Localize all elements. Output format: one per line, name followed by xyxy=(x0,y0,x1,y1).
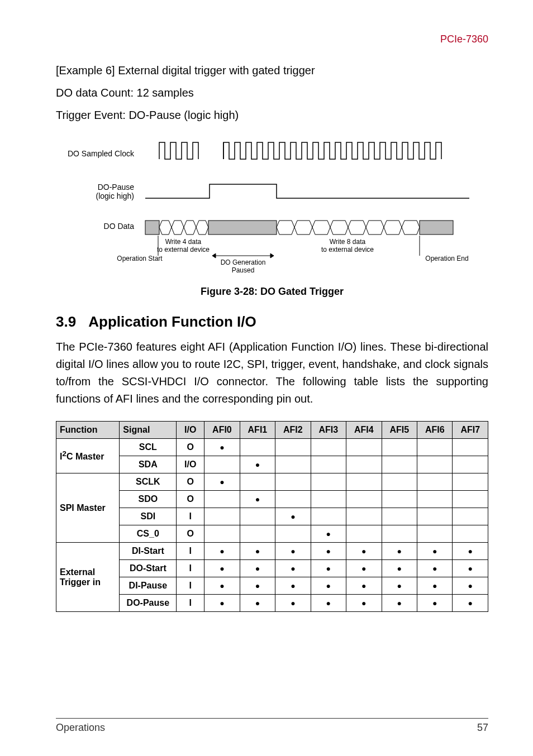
afi-cell xyxy=(453,456,488,473)
afi-cell xyxy=(275,473,311,491)
signal-cell: DI-Start xyxy=(120,543,177,560)
afi-cell: ● xyxy=(240,543,275,560)
afi-cell: ● xyxy=(275,560,311,577)
table-row: SDOO● xyxy=(56,491,488,508)
table-row: SPI MasterSCLKO● xyxy=(56,473,488,491)
afi-cell: ● xyxy=(346,595,382,612)
signal-cell: SDA xyxy=(120,456,177,473)
signal-cell: SCL xyxy=(120,439,177,456)
opend-label: Operation End xyxy=(425,255,468,262)
table-row: I2C MasterSCLO● xyxy=(56,439,488,456)
io-cell: I xyxy=(177,577,204,595)
th-signal: Signal xyxy=(120,422,177,439)
afi-cell xyxy=(346,439,382,456)
write8-label: Write 8 data xyxy=(330,238,366,246)
afi-cell xyxy=(204,491,240,508)
afi-cell: ● xyxy=(311,525,346,543)
func-cell: SPI Master xyxy=(56,473,120,543)
th-io: I/O xyxy=(177,422,204,439)
th-afi6: AFI6 xyxy=(417,422,453,439)
afi-cell: ● xyxy=(382,577,417,595)
afi-cell: ● xyxy=(204,439,240,456)
io-cell: I xyxy=(177,560,204,577)
figure-caption: Figure 3-28: DO Gated Trigger xyxy=(56,286,488,298)
signal-cell: SDO xyxy=(120,491,177,508)
pause-sub-label: (logic high) xyxy=(96,192,134,200)
io-cell: I xyxy=(177,543,204,560)
th-afi1: AFI1 xyxy=(240,422,275,439)
afi-cell: ● xyxy=(311,577,346,595)
afi-cell: ● xyxy=(311,543,346,560)
th-function: Function xyxy=(56,422,120,439)
afi-cell: ● xyxy=(453,543,488,560)
func-cell: External Trigger in xyxy=(56,543,120,612)
afi-cell xyxy=(346,491,382,508)
afi-cell xyxy=(382,473,417,491)
afi-cell xyxy=(453,525,488,543)
afi-cell: ● xyxy=(240,595,275,612)
timing-diagram: DO Sampled Clock DO-Pause (logic high) D… xyxy=(56,134,488,281)
afi-cell: ● xyxy=(240,560,275,577)
afi-cell xyxy=(453,473,488,491)
afi-cell: ● xyxy=(453,577,488,595)
afi-cell xyxy=(311,508,346,525)
signal-cell: SCLK xyxy=(120,473,177,491)
svg-rect-2 xyxy=(420,221,453,235)
afi-cell xyxy=(240,439,275,456)
data-count-line: DO data Count: 12 samples xyxy=(56,84,488,102)
afi-cell: ● xyxy=(204,543,240,560)
afi-cell: ● xyxy=(240,491,275,508)
example-line: [Example 6] External digital trigger wit… xyxy=(56,61,488,79)
afi-cell: ● xyxy=(382,560,417,577)
io-cell: O xyxy=(177,491,204,508)
afi-cell xyxy=(453,508,488,525)
afi-cell xyxy=(417,491,453,508)
afi-cell: ● xyxy=(346,560,382,577)
section-paragraph: The PCIe-7360 features eight AFI (Applic… xyxy=(56,338,488,408)
header-product: PCIe-7360 xyxy=(440,34,488,45)
io-cell: I xyxy=(177,508,204,525)
signal-cell: SDI xyxy=(120,508,177,525)
table-row: CS_0O● xyxy=(56,525,488,543)
trigger-event-line: Trigger Event: DO-Pause (logic high) xyxy=(56,106,488,124)
afi-cell xyxy=(346,473,382,491)
afi-cell xyxy=(275,491,311,508)
afi-cell: ● xyxy=(275,508,311,525)
afi-cell xyxy=(240,525,275,543)
afi-cell xyxy=(240,508,275,525)
afi-cell xyxy=(204,456,240,473)
io-cell: I/O xyxy=(177,456,204,473)
afi-cell: ● xyxy=(417,560,453,577)
afi-cell: ● xyxy=(311,595,346,612)
table-header-row: Function Signal I/O AFI0 AFI1 AFI2 AFI3 … xyxy=(56,422,488,439)
write4b-label: to external device xyxy=(157,246,210,253)
afi-cell xyxy=(453,439,488,456)
afi-cell xyxy=(382,439,417,456)
table-row: SDII● xyxy=(56,508,488,525)
afi-cell xyxy=(417,525,453,543)
afi-cell: ● xyxy=(417,577,453,595)
afi-cell xyxy=(275,456,311,473)
signal-cell: CS_0 xyxy=(120,525,177,543)
table-row: DO-PauseI●●●●●●●● xyxy=(56,595,488,612)
th-afi5: AFI5 xyxy=(382,422,417,439)
afi-cell: ● xyxy=(275,543,311,560)
afi-cell xyxy=(311,439,346,456)
io-cell: O xyxy=(177,439,204,456)
afi-cell xyxy=(311,473,346,491)
afi-cell xyxy=(382,491,417,508)
afi-table: Function Signal I/O AFI0 AFI1 AFI2 AFI3 … xyxy=(56,421,488,612)
afi-cell xyxy=(382,456,417,473)
th-afi0: AFI0 xyxy=(204,422,240,439)
table-row: DI-PauseI●●●●●●●● xyxy=(56,577,488,595)
io-cell: I xyxy=(177,595,204,612)
io-cell: O xyxy=(177,473,204,491)
afi-cell xyxy=(346,525,382,543)
func-cell: I2C Master xyxy=(56,439,120,473)
signal-cell: DI-Pause xyxy=(120,577,177,595)
afi-cell xyxy=(417,473,453,491)
opstart-label: Operation Start xyxy=(117,255,163,262)
afi-cell xyxy=(417,508,453,525)
section-heading: 3.9 Application Function I/O xyxy=(56,313,488,331)
afi-cell: ● xyxy=(417,543,453,560)
